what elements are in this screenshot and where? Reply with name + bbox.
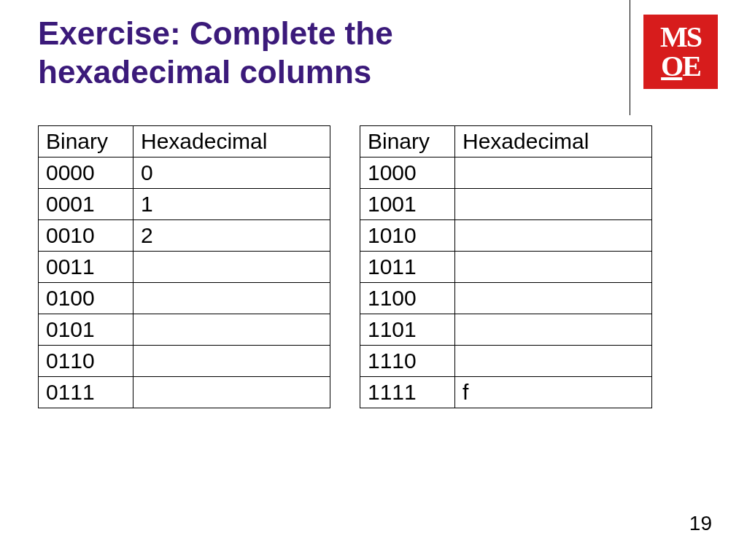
slide: Exercise: Complete the hexadecimal colum… (0, 0, 747, 560)
left-table-body: 00000000110010200110100010101100111 (39, 158, 330, 408)
binary-cell: 1100 (360, 283, 455, 314)
tables-container: Binary Hexadecimal 000000001100102001101… (38, 125, 652, 408)
header-binary: Binary (360, 126, 455, 158)
hex-cell: 1 (133, 189, 330, 220)
table-row: 00011 (39, 189, 330, 220)
table-row: 0011 (39, 252, 330, 283)
table-row: 1101 (360, 314, 652, 346)
hex-cell (133, 377, 330, 408)
logo-divider (630, 0, 630, 115)
header-hex: Hexadecimal (455, 126, 652, 158)
hex-cell: 2 (133, 220, 330, 252)
binary-cell: 1000 (360, 158, 455, 189)
binary-cell: 1001 (360, 189, 455, 220)
table-row: 00102 (39, 220, 330, 252)
binary-cell: 0001 (39, 189, 133, 220)
hex-cell (455, 220, 652, 252)
binary-cell: 1011 (360, 252, 455, 283)
header-hex: Hexadecimal (133, 126, 330, 158)
title-line-1: Exercise: Complete the (38, 15, 393, 51)
binary-cell: 0100 (39, 283, 133, 314)
binary-cell: 0110 (39, 346, 133, 377)
hex-cell (455, 283, 652, 314)
table-row: 1000 (360, 158, 652, 189)
title-line-2: hexadecimal columns (38, 54, 371, 90)
logo-bottom-left: O (661, 52, 682, 81)
hex-cell (455, 189, 652, 220)
right-table-body: 10001001101010111100110111101111f (360, 158, 652, 408)
table-row: 0111 (39, 377, 330, 408)
hex-cell (133, 346, 330, 377)
table-header-row: Binary Hexadecimal (360, 126, 652, 158)
table-row: 1111f (360, 377, 652, 408)
binary-cell: 0111 (39, 377, 133, 408)
page-number: 19 (689, 512, 712, 535)
table-row: 1011 (360, 252, 652, 283)
binary-cell: 0010 (39, 220, 133, 252)
hex-cell (133, 283, 330, 314)
binary-cell: 1101 (360, 314, 455, 346)
table-row: 1100 (360, 283, 652, 314)
msoe-logo: MS OE (643, 15, 718, 89)
binary-cell: 0101 (39, 314, 133, 346)
hex-cell: 0 (133, 158, 330, 189)
logo-bottom-right: E (682, 52, 700, 81)
binary-cell: 1111 (360, 377, 455, 408)
slide-title: Exercise: Complete the hexadecimal colum… (38, 15, 393, 92)
hex-cell (133, 252, 330, 283)
binary-cell: 1010 (360, 220, 455, 252)
left-table: Binary Hexadecimal 000000001100102001101… (38, 125, 330, 408)
binary-cell: 1110 (360, 346, 455, 377)
hex-cell (455, 252, 652, 283)
hex-cell (455, 158, 652, 189)
table-row: 1001 (360, 189, 652, 220)
right-table: Binary Hexadecimal 100010011010101111001… (360, 125, 652, 408)
table-row: 1110 (360, 346, 652, 377)
table-row: 0100 (39, 283, 330, 314)
hex-cell (133, 314, 330, 346)
logo-top: MS (660, 23, 701, 52)
hex-cell (455, 314, 652, 346)
table-header-row: Binary Hexadecimal (39, 126, 330, 158)
binary-cell: 0011 (39, 252, 133, 283)
table-row: 1010 (360, 220, 652, 252)
table-gap (330, 125, 360, 408)
table-row: 00000 (39, 158, 330, 189)
table-row: 0101 (39, 314, 330, 346)
hex-cell: f (455, 377, 652, 408)
header-binary: Binary (39, 126, 133, 158)
binary-cell: 0000 (39, 158, 133, 189)
hex-cell (455, 346, 652, 377)
table-row: 0110 (39, 346, 330, 377)
